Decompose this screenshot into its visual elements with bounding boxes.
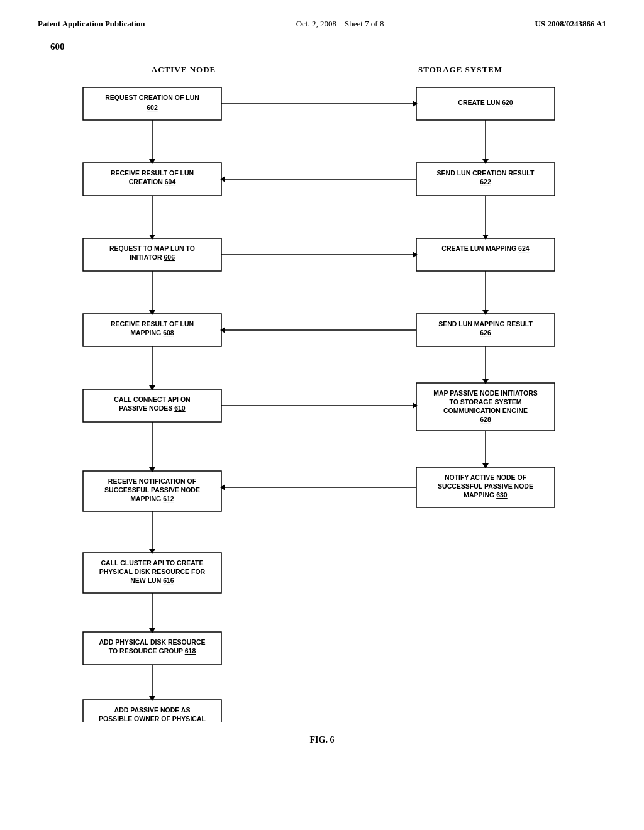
header-publication: Patent Application Publication bbox=[38, 19, 145, 29]
svg-text:MAPPING 630: MAPPING 630 bbox=[464, 491, 508, 499]
column-headers: ACTIVE NODE STORAGE SYSTEM bbox=[45, 65, 599, 75]
svg-text:INITIATOR 606: INITIATOR 606 bbox=[130, 253, 175, 261]
figure-label: FIG. 6 bbox=[45, 735, 599, 745]
svg-text:ADD PHYSICAL DISK RESOURCE: ADD PHYSICAL DISK RESOURCE bbox=[99, 638, 206, 646]
svg-text:SUCCESSFUL PASSIVE NODE: SUCCESSFUL PASSIVE NODE bbox=[104, 486, 200, 494]
svg-text:622: 622 bbox=[480, 178, 491, 185]
svg-text:SUCCESSFUL PASSIVE NODE: SUCCESSFUL PASSIVE NODE bbox=[438, 482, 533, 490]
flowchart-svg: REQUEST CREATION OF LUN 602 RECEIVE RESU… bbox=[45, 81, 599, 722]
svg-text:TO STORAGE SYSTEM: TO STORAGE SYSTEM bbox=[449, 398, 521, 406]
svg-text:CREATION 604: CREATION 604 bbox=[129, 178, 176, 185]
svg-text:MAP PASSIVE NODE INITIATORS: MAP PASSIVE NODE INITIATORS bbox=[433, 389, 538, 397]
page: Patent Application Publication Oct. 2, 2… bbox=[0, 0, 644, 830]
svg-text:CALL CONNECT API ON: CALL CONNECT API ON bbox=[114, 396, 190, 403]
svg-text:MAPPING 608: MAPPING 608 bbox=[130, 329, 174, 336]
svg-text:PHYSICAL DISK RESOURCE FOR: PHYSICAL DISK RESOURCE FOR bbox=[99, 568, 206, 575]
svg-rect-35 bbox=[416, 238, 555, 271]
svg-text:NOTIFY ACTIVE NODE OF: NOTIFY ACTIVE NODE OF bbox=[445, 473, 527, 481]
header-date-sheet: Oct. 2, 2008 Sheet 7 of 8 bbox=[296, 19, 384, 29]
svg-text:PASSIVE NODES 610: PASSIVE NODES 610 bbox=[119, 404, 186, 412]
svg-text:CREATE LUN MAPPING 624: CREATE LUN MAPPING 624 bbox=[441, 245, 529, 252]
svg-text:628: 628 bbox=[480, 416, 491, 423]
flow-diagram: ACTIVE NODE STORAGE SYSTEM REQUEST CREAT… bbox=[45, 65, 599, 745]
svg-text:MAPPING 612: MAPPING 612 bbox=[130, 495, 174, 502]
col-header-right: STORAGE SYSTEM bbox=[372, 65, 548, 75]
svg-text:REQUEST CREATION OF LUN: REQUEST CREATION OF LUN bbox=[105, 94, 199, 101]
svg-text:602: 602 bbox=[147, 104, 158, 111]
svg-text:CREATE LUN  620: CREATE LUN 620 bbox=[458, 99, 513, 106]
svg-text:REQUEST TO MAP LUN TO: REQUEST TO MAP LUN TO bbox=[109, 245, 195, 252]
svg-text:RECEIVE RESULT OF LUN: RECEIVE RESULT OF LUN bbox=[111, 169, 194, 177]
svg-text:626: 626 bbox=[480, 329, 491, 336]
svg-text:SEND LUN MAPPING RESULT: SEND LUN MAPPING RESULT bbox=[438, 320, 533, 328]
header-date: Oct. 2, 2008 bbox=[296, 19, 336, 28]
header-patent-number: US 2008/0243866 A1 bbox=[535, 19, 606, 29]
svg-text:CALL CLUSTER API TO CREATE: CALL CLUSTER API TO CREATE bbox=[101, 559, 204, 567]
header-sheet: Sheet 7 of 8 bbox=[345, 19, 384, 28]
svg-text:SEND LUN CREATION RESULT: SEND LUN CREATION RESULT bbox=[437, 169, 535, 177]
col-header-left: ACTIVE NODE bbox=[96, 65, 272, 75]
svg-text:RECEIVE NOTIFICATION OF: RECEIVE NOTIFICATION OF bbox=[108, 477, 197, 485]
svg-text:TO RESOURCE GROUP 618: TO RESOURCE GROUP 618 bbox=[109, 647, 196, 655]
svg-text:ADD PASSIVE NODE AS: ADD PASSIVE NODE AS bbox=[114, 706, 191, 714]
svg-text:NEW LUN 616: NEW LUN 616 bbox=[130, 577, 174, 584]
diagram-id: 600 bbox=[50, 42, 606, 52]
page-header: Patent Application Publication Oct. 2, 2… bbox=[38, 19, 606, 29]
svg-text:COMMUNICATION ENGINE: COMMUNICATION ENGINE bbox=[443, 407, 528, 414]
svg-text:POSSIBLE OWNER OF PHYSICAL: POSSIBLE OWNER OF PHYSICAL bbox=[99, 715, 206, 722]
svg-text:RECEIVE RESULT OF LUN: RECEIVE RESULT OF LUN bbox=[111, 320, 194, 328]
